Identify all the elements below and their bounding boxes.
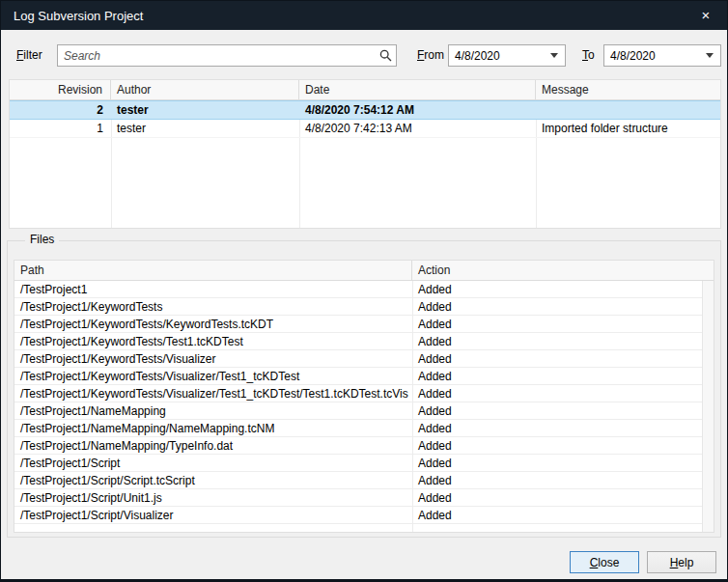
file-row[interactable]: /TestProject1/ScriptAdded xyxy=(14,455,714,472)
cell-revision: 2 xyxy=(10,101,111,119)
file-row[interactable]: /TestProject1/KeywordTests/KeywordTests.… xyxy=(14,316,714,333)
search-box[interactable] xyxy=(57,44,397,67)
cell-path: /TestProject1/Script/Unit1.js xyxy=(14,489,412,506)
file-row[interactable]: /TestProject1/KeywordTests/Visualizer/Te… xyxy=(14,368,714,385)
file-row[interactable]: /TestProject1/NameMapping/TypeInfo.datAd… xyxy=(14,437,714,455)
to-date-value: 4/8/2020 xyxy=(604,49,706,63)
grid-line xyxy=(412,281,413,532)
cell-path: /TestProject1/Script/Script.tcScript xyxy=(14,472,412,488)
file-row[interactable]: /TestProject1/KeywordTests/VisualizerAdd… xyxy=(14,350,714,368)
file-row[interactable]: /TestProject1/NameMapping/NameMapping.tc… xyxy=(14,420,714,437)
cell-path: /TestProject1/NameMapping/TypeInfo.dat xyxy=(14,437,412,454)
cell-action: Added xyxy=(412,507,714,523)
file-row[interactable]: /TestProject1/Script/VisualizerAdded xyxy=(14,507,714,524)
cell-path: /TestProject1/KeywordTests/Visualizer/Te… xyxy=(14,385,412,402)
file-row[interactable]: /TestProject1/KeywordTests/Visualizer/Te… xyxy=(14,385,714,402)
cell-message: Imported folder structure xyxy=(536,120,720,137)
file-row[interactable]: /TestProject1/NameMappingAdded xyxy=(14,402,714,420)
revisions-body: 2tester4/8/2020 7:54:12 AM1tester4/8/202… xyxy=(10,100,720,138)
column-header-message[interactable]: Message xyxy=(536,80,720,99)
from-date-value: 4/8/2020 xyxy=(449,49,550,63)
cell-author: tester xyxy=(111,120,299,137)
search-input[interactable] xyxy=(58,45,375,66)
cell-path: /TestProject1/Script/Visualizer xyxy=(14,507,412,523)
window-title: Log Subversion Project xyxy=(1,9,143,23)
cell-action: Added xyxy=(412,489,714,506)
file-row[interactable]: /TestProject1/Script/Unit1.jsAdded xyxy=(14,489,714,507)
cell-action: Added xyxy=(412,333,714,349)
cell-action: Added xyxy=(412,402,714,419)
from-date-dropdown[interactable]: 4/8/2020 xyxy=(448,44,566,67)
cell-message xyxy=(536,101,720,119)
close-button[interactable]: Close xyxy=(570,551,639,573)
search-icon[interactable] xyxy=(375,49,396,62)
cell-action: Added xyxy=(412,455,714,471)
chevron-down-icon xyxy=(706,53,714,58)
files-scrollbar[interactable] xyxy=(702,281,714,532)
filter-label: Filter xyxy=(16,44,42,67)
files-body: /TestProject1Added/TestProject1/KeywordT… xyxy=(14,281,714,524)
column-header-path[interactable]: Path xyxy=(14,261,412,280)
cell-action: Added xyxy=(412,298,714,315)
files-group: Files PathAction /TestProject1Added/Test… xyxy=(7,240,721,538)
cell-action: Added xyxy=(412,281,714,297)
revision-row[interactable]: 1tester4/8/2020 7:42:13 AMImported folde… xyxy=(10,120,720,138)
help-button[interactable]: Help xyxy=(647,551,716,573)
cell-path: /TestProject1/KeywordTests/KeywordTests.… xyxy=(14,316,412,332)
cell-date: 4/8/2020 7:54:12 AM xyxy=(299,101,536,119)
cell-path: /TestProject1 xyxy=(14,281,412,297)
cell-revision: 1 xyxy=(10,120,111,137)
cell-action: Added xyxy=(412,420,714,436)
to-date-dropdown[interactable]: 4/8/2020 xyxy=(603,44,721,67)
file-row[interactable]: /TestProject1/KeywordTests/Test1.tcKDTes… xyxy=(14,333,714,350)
cell-path: /TestProject1/NameMapping/NameMapping.tc… xyxy=(14,420,412,436)
cell-date: 4/8/2020 7:42:13 AM xyxy=(299,120,536,137)
cell-action: Added xyxy=(412,316,714,332)
cell-path: /TestProject1/KeywordTests/Visualizer/Te… xyxy=(14,368,412,384)
cell-path: /TestProject1/Script xyxy=(14,455,412,471)
file-row[interactable]: /TestProject1Added xyxy=(14,281,714,298)
chevron-down-icon xyxy=(550,53,558,58)
cell-path: /TestProject1/KeywordTests/Test1.tcKDTes… xyxy=(14,333,412,349)
revisions-table: RevisionAuthorDateMessage 2tester4/8/202… xyxy=(9,79,721,229)
cell-action: Added xyxy=(412,437,714,454)
revisions-header: RevisionAuthorDateMessage xyxy=(10,80,720,100)
files-table: PathAction /TestProject1Added/TestProjec… xyxy=(14,260,714,533)
from-label: From xyxy=(417,44,444,67)
revision-row[interactable]: 2tester4/8/2020 7:54:12 AM xyxy=(10,100,720,120)
titlebar[interactable]: Log Subversion Project × xyxy=(1,1,727,30)
to-label: To xyxy=(582,44,595,67)
cell-action: Added xyxy=(412,368,714,384)
cell-action: Added xyxy=(412,385,714,402)
column-header-action[interactable]: Action xyxy=(412,261,714,280)
column-header-date[interactable]: Date xyxy=(299,80,536,99)
files-group-label: Files xyxy=(25,233,59,246)
cell-author: tester xyxy=(111,101,299,119)
column-header-revision[interactable]: Revision xyxy=(10,80,111,99)
cell-path: /TestProject1/KeywordTests/Visualizer xyxy=(14,350,412,367)
cell-action: Added xyxy=(412,472,714,488)
cell-action: Added xyxy=(412,350,714,367)
column-header-author[interactable]: Author xyxy=(111,80,299,99)
log-subversion-dialog: Log Subversion Project × Filter From 4/8… xyxy=(0,0,728,582)
file-row[interactable]: /TestProject1/KeywordTestsAdded xyxy=(14,298,714,316)
close-icon[interactable]: × xyxy=(685,1,727,30)
file-row[interactable]: /TestProject1/Script/Script.tcScriptAdde… xyxy=(14,472,714,489)
cell-path: /TestProject1/NameMapping xyxy=(14,402,412,419)
cell-path: /TestProject1/KeywordTests xyxy=(14,298,412,315)
files-header: PathAction xyxy=(14,261,714,281)
